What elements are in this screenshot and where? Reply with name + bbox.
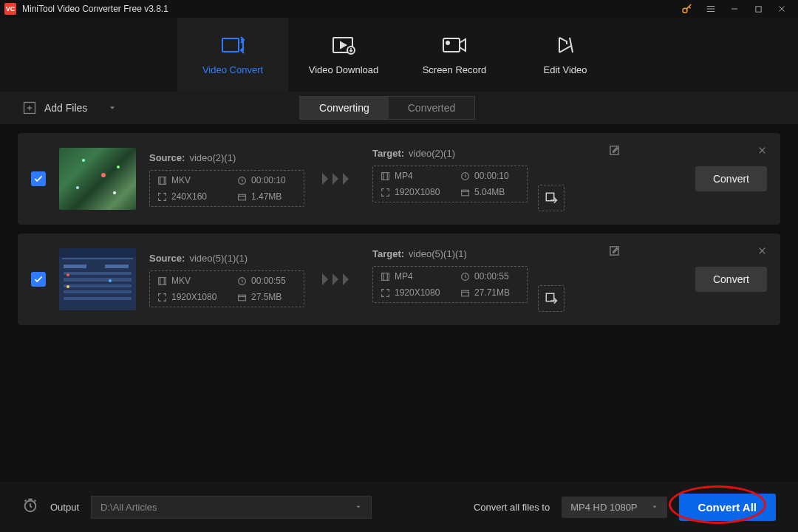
svg-rect-18 bbox=[239, 295, 246, 301]
add-files-label: Add Files bbox=[44, 102, 87, 114]
clock-icon bbox=[460, 272, 470, 282]
target-settings-button[interactable] bbox=[538, 185, 565, 211]
settings-expand-icon bbox=[545, 191, 558, 205]
convert-all-button[interactable]: Convert All bbox=[679, 494, 776, 521]
output-label: Output bbox=[50, 502, 79, 513]
bottom-bar: Output D:\All Articles Convert all files… bbox=[0, 482, 798, 532]
clock-icon bbox=[237, 276, 247, 286]
target-spec-box: MP4 00:00:10 1920X1080 5.04MB bbox=[372, 166, 528, 202]
tab-label: Edit Video bbox=[543, 64, 587, 75]
tab-converted[interactable]: Converted bbox=[389, 97, 475, 119]
edit-video-icon bbox=[555, 35, 576, 55]
video-thumbnail[interactable] bbox=[59, 148, 136, 210]
svg-rect-10 bbox=[239, 194, 246, 200]
schedule-icon[interactable] bbox=[22, 497, 38, 516]
clock-icon bbox=[237, 176, 247, 185]
svg-rect-14 bbox=[546, 193, 554, 201]
svg-rect-1 bbox=[755, 6, 760, 11]
format-icon bbox=[157, 276, 167, 286]
source-spec-box: MKV 00:00:10 240X160 1.47MB bbox=[149, 170, 304, 207]
sub-bar: Add Files Converting Converted bbox=[0, 92, 798, 124]
menu-icon[interactable] bbox=[699, 0, 723, 18]
tab-video-download[interactable]: Video Download bbox=[288, 18, 399, 92]
check-icon bbox=[33, 174, 44, 184]
title-bar: VC MiniTool Video Converter Free v3.8.1 bbox=[0, 0, 798, 18]
resolution-icon bbox=[381, 188, 390, 197]
close-icon[interactable] bbox=[770, 0, 794, 18]
settings-expand-icon bbox=[545, 292, 558, 305]
chevron-down-icon bbox=[355, 503, 362, 511]
clock-icon bbox=[460, 171, 470, 181]
app-window: VC MiniTool Video Converter Free v3.8.1 … bbox=[0, 0, 798, 532]
svg-point-6 bbox=[446, 41, 449, 44]
format-preset-select[interactable]: MP4 HD 1080P bbox=[562, 497, 666, 518]
tab-label: Video Convert bbox=[202, 64, 263, 75]
row-checkbox[interactable] bbox=[31, 171, 46, 186]
add-files-icon bbox=[22, 100, 37, 115]
svg-rect-19 bbox=[382, 273, 389, 280]
source-info: Source:video(5)(1)(1) MKV 00:00:55 1920X… bbox=[149, 251, 304, 307]
filesize-icon bbox=[460, 288, 470, 298]
source-info: Source:video(2)(1) MKV 00:00:10 240X160 … bbox=[149, 151, 304, 207]
target-label: Target: bbox=[372, 148, 404, 159]
chevron-down-icon bbox=[651, 503, 658, 511]
convert-button[interactable]: Convert bbox=[695, 267, 767, 292]
app-logo-icon: VC bbox=[4, 3, 16, 15]
tab-converting[interactable]: Converting bbox=[300, 97, 389, 119]
filesize-icon bbox=[460, 188, 470, 197]
svg-rect-21 bbox=[462, 290, 469, 296]
arrow-icon bbox=[322, 171, 355, 186]
source-filename: video(2)(1) bbox=[189, 152, 236, 163]
edit-name-icon[interactable] bbox=[609, 245, 620, 259]
output-path-value: D:\All Articles bbox=[100, 502, 157, 513]
file-row: Source:video(2)(1) MKV 00:00:10 240X160 … bbox=[18, 133, 780, 225]
target-label: Target: bbox=[372, 248, 404, 259]
target-filename: video(2)(1) bbox=[409, 148, 455, 159]
tab-screen-record[interactable]: Screen Record bbox=[399, 18, 510, 92]
remove-row-icon[interactable] bbox=[757, 145, 767, 158]
source-filename: video(5)(1)(1) bbox=[189, 253, 248, 264]
svg-rect-8 bbox=[159, 177, 166, 184]
output-path-select[interactable]: D:\All Articles bbox=[91, 496, 372, 519]
row-checkbox[interactable] bbox=[31, 272, 46, 287]
upgrade-key-icon[interactable] bbox=[675, 0, 699, 18]
record-icon bbox=[442, 35, 467, 55]
svg-rect-2 bbox=[222, 38, 239, 52]
svg-rect-16 bbox=[159, 277, 166, 284]
remove-row-icon[interactable] bbox=[757, 245, 767, 259]
download-icon bbox=[332, 35, 355, 55]
format-icon bbox=[157, 176, 167, 185]
filesize-icon bbox=[237, 293, 247, 302]
format-icon bbox=[381, 171, 390, 181]
svg-rect-13 bbox=[462, 190, 469, 196]
target-info: Target:video(2)(1) MP4 00:00:10 1920X108… bbox=[372, 146, 565, 211]
status-tabs: Converting Converted bbox=[299, 96, 475, 120]
target-settings-button[interactable] bbox=[538, 285, 565, 312]
target-filename: video(5)(1)(1) bbox=[409, 248, 467, 259]
edit-name-icon[interactable] bbox=[609, 145, 620, 159]
convert-all-label: Convert all files to bbox=[474, 502, 550, 513]
maximize-icon[interactable] bbox=[746, 0, 770, 18]
source-label: Source: bbox=[149, 253, 185, 264]
check-icon bbox=[33, 274, 44, 284]
minimize-icon[interactable] bbox=[723, 0, 746, 18]
convert-icon bbox=[221, 35, 245, 55]
resolution-icon bbox=[157, 293, 167, 302]
video-thumbnail[interactable] bbox=[59, 248, 136, 310]
tab-label: Video Download bbox=[309, 64, 378, 75]
chevron-down-icon bbox=[108, 103, 117, 112]
arrow-icon bbox=[322, 272, 355, 287]
tab-video-convert[interactable]: Video Convert bbox=[177, 18, 288, 92]
tab-edit-video[interactable]: Edit Video bbox=[510, 18, 621, 92]
convert-all-wrap: Convert All bbox=[679, 494, 776, 521]
convert-button[interactable]: Convert bbox=[695, 166, 767, 191]
target-info: Target:video(5)(1)(1) MP4 00:00:55 1920X… bbox=[372, 247, 565, 312]
tab-label: Screen Record bbox=[423, 64, 487, 75]
resolution-icon bbox=[157, 192, 167, 202]
file-row: Source:video(5)(1)(1) MKV 00:00:55 1920X… bbox=[18, 233, 780, 325]
format-icon bbox=[381, 272, 390, 282]
filesize-icon bbox=[237, 192, 247, 202]
source-spec-box: MKV 00:00:55 1920X1080 27.5MB bbox=[149, 270, 304, 307]
add-files-button[interactable]: Add Files bbox=[22, 100, 117, 115]
svg-rect-22 bbox=[546, 293, 554, 301]
